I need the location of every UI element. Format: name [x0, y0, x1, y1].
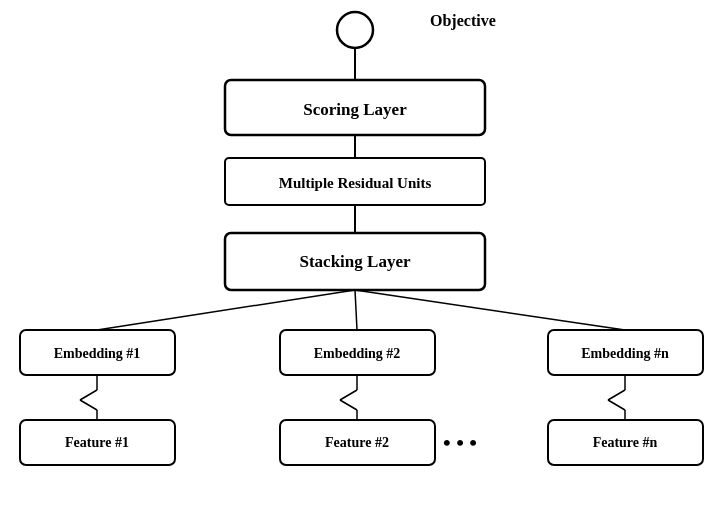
svg-line-16: [608, 400, 625, 410]
residual-units-label: Multiple Residual Units: [279, 175, 432, 191]
embedding-n-label: Embedding #n: [581, 346, 669, 361]
scoring-layer-label: Scoring Layer: [303, 100, 407, 119]
objective-label: Objective: [430, 12, 496, 30]
embedding-1-label: Embedding #1: [54, 346, 141, 361]
ellipsis-dots: • • •: [443, 430, 477, 455]
svg-line-5: [355, 290, 625, 330]
architecture-diagram: Objective Scoring Layer Multiple Residua…: [0, 0, 728, 524]
svg-line-11: [340, 390, 357, 400]
feature-1-label: Feature #1: [65, 435, 129, 450]
stacking-layer-label: Stacking Layer: [300, 252, 411, 271]
objective-circle: [337, 12, 373, 48]
feature-2-label: Feature #2: [325, 435, 389, 450]
svg-line-4: [355, 290, 357, 330]
svg-line-12: [340, 400, 357, 410]
svg-line-8: [80, 400, 97, 410]
svg-line-3: [97, 290, 355, 330]
svg-line-7: [80, 390, 97, 400]
feature-n-label: Feature #n: [593, 435, 658, 450]
embedding-2-label: Embedding #2: [314, 346, 401, 361]
svg-line-15: [608, 390, 625, 400]
